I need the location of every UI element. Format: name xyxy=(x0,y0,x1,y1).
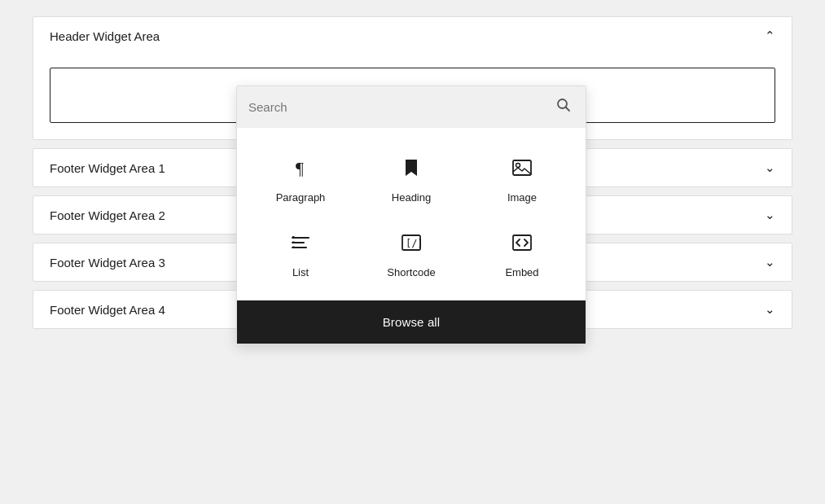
footer-1-collapse-icon: ⌄ xyxy=(765,160,775,175)
image-icon xyxy=(511,156,533,185)
block-search-button[interactable] xyxy=(553,96,574,118)
svg-point-4 xyxy=(516,164,520,168)
footer-widget-area-1-title: Footer Widget Area 1 xyxy=(50,161,165,175)
heading-icon xyxy=(400,156,423,185)
embed-label: Embed xyxy=(505,266,538,278)
svg-rect-9 xyxy=(292,242,295,244)
header-widget-area-header[interactable]: Header Widget Area ⌃ xyxy=(33,17,792,55)
image-label: Image xyxy=(507,191,537,204)
footer-widget-area-4-title: Footer Widget Area 4 xyxy=(50,303,165,317)
list-label: List xyxy=(292,266,309,278)
svg-text:[/]: [/] xyxy=(406,238,423,249)
paragraph-icon: ¶ xyxy=(289,156,312,185)
header-widget-area-title: Header Widget Area xyxy=(50,29,160,43)
footer-widget-area-3-title: Footer Widget Area 3 xyxy=(50,256,165,270)
block-item-embed[interactable]: Embed xyxy=(470,219,574,287)
shortcode-icon: [/] xyxy=(400,231,423,260)
block-item-list[interactable]: List xyxy=(248,219,353,287)
svg-line-1 xyxy=(566,107,570,112)
block-search-input[interactable] xyxy=(248,100,553,114)
footer-2-collapse-icon: ⌄ xyxy=(765,208,775,222)
block-item-image[interactable]: Image xyxy=(470,144,574,213)
svg-rect-3 xyxy=(513,160,531,175)
search-icon xyxy=(556,98,571,112)
embed-icon xyxy=(511,231,533,260)
paragraph-label: Paragraph xyxy=(276,191,326,204)
svg-rect-10 xyxy=(292,247,295,249)
footer-4-collapse-icon: ⌄ xyxy=(765,302,775,317)
block-item-paragraph[interactable]: ¶ Paragraph xyxy=(248,144,353,213)
browse-all-button[interactable]: Browse all xyxy=(237,300,586,344)
footer-widget-area-2-title: Footer Widget Area 2 xyxy=(50,208,165,222)
block-grid: ¶ Paragraph Heading xyxy=(237,128,586,300)
svg-rect-8 xyxy=(292,236,295,239)
block-search-area xyxy=(237,86,586,128)
footer-3-collapse-icon: ⌄ xyxy=(765,255,775,270)
block-item-shortcode[interactable]: [/] Shortcode xyxy=(359,219,463,287)
block-picker-popup: ¶ Paragraph Heading xyxy=(236,85,586,344)
header-collapse-icon: ⌃ xyxy=(765,28,775,43)
shortcode-label: Shortcode xyxy=(387,266,435,278)
list-icon xyxy=(289,231,312,260)
block-item-heading[interactable]: Heading xyxy=(359,144,463,213)
svg-text:¶: ¶ xyxy=(296,158,304,178)
heading-label: Heading xyxy=(392,191,431,204)
